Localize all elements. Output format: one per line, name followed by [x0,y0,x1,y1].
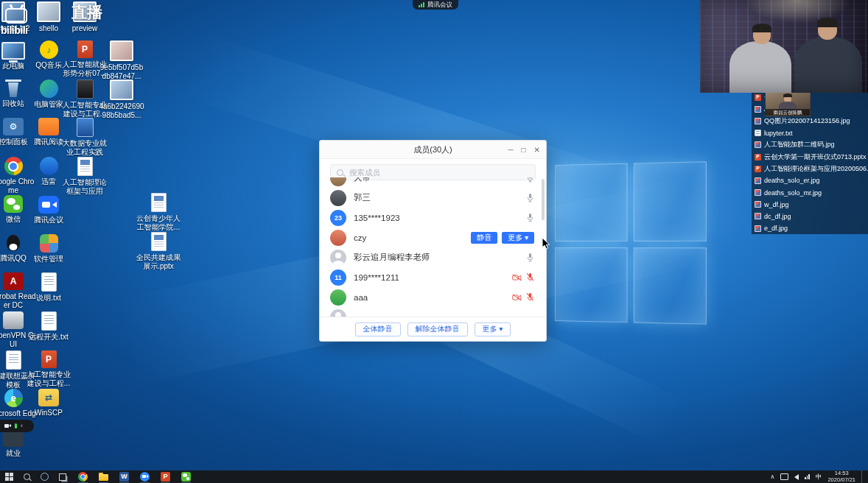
file-row[interactable]: 人工智能加群二维码.jpg [752,139,868,151]
img-file-icon [755,189,761,196]
taskbar-app-powerpoint[interactable]: P [161,472,170,482]
taskbar-clock[interactable]: 14:53 2020/07/21 [827,470,855,483]
start-button[interactable] [5,473,13,481]
member-row[interactable]: 大帝 [320,177,546,188]
img-file-icon [755,106,761,113]
file-row[interactable]: dc_df.jpg [752,211,868,222]
desktop-icon[interactable]: 全民共建成果展示.pptx [136,232,181,270]
more-button[interactable]: 更多 ▾ [475,322,511,336]
member-row[interactable]: 23135****1923 [320,208,546,228]
mic-indicator-icon[interactable] [15,423,17,429]
desktop-icon[interactable]: 远程开关.txt [26,311,71,342]
member-row[interactable]: 彩云追月编程李老师 [320,247,546,267]
member-search-input[interactable] [348,167,535,177]
desktop-icon-label: 软件管理 [26,255,71,264]
task-view-icon[interactable] [59,473,66,481]
desktop-icon[interactable]: ⇄WinSCP [26,389,71,417]
desktop-icon[interactable]: 4a6b224269098b5bad5... [99,80,144,119]
desktop-icon-label: 腾讯会议 [26,216,71,225]
taskbar-app-word[interactable]: W [119,472,129,482]
file-name: w_df.jpg [764,201,789,208]
file-row[interactable]: deaths_solo_mr.jpg [752,187,868,199]
member-more-button[interactable]: 更多 ▾ [502,232,534,244]
search-icon [337,169,343,176]
taskbar-search-icon[interactable] [24,473,30,480]
file-name: dc_df.jpg [764,213,791,220]
desktop-icon-image [41,272,57,292]
member-row[interactable]: 郭三 [320,188,546,208]
member-avatar: 23 [330,210,346,226]
camera-icon[interactable] [4,423,11,429]
desktop-icon[interactable]: 人工智能理论框架与应用2... [62,157,108,196]
file-row[interactable]: P人工智能理论框架与应用20200506.pptx [752,163,868,174]
meeting-icon [140,472,150,482]
desktop-icon[interactable]: 腾讯会议 [26,196,71,225]
unmute-all-button[interactable]: 解除全体静音 [407,322,468,336]
scrollbar-thumb[interactable] [542,179,545,220]
member-row[interactable]: czy静音更多 ▾ [320,228,546,247]
member-avatar [330,177,346,186]
desktop-icon-glyph: A [10,277,17,286]
system-tray: ∧ 中 14:53 2020/07/21 [771,470,868,483]
file-row[interactable]: deaths_solo_er.jpg [752,174,868,186]
taskbar-app-chrome[interactable] [78,472,88,482]
member-name: 郭三 [354,192,371,203]
taskbar-app-meeting[interactable] [140,472,150,482]
tray-volume-icon[interactable] [794,474,799,480]
file-row[interactable]: e_df.jpg [752,222,868,234]
file-name: e_df.jpg [764,225,788,232]
desktop-icon[interactable]: P人工智能专业建设与工程... [26,350,71,387]
member-avatar [330,230,346,246]
ppt-file-icon: P [755,154,761,161]
file-row[interactable]: lupyter.txt [752,127,868,139]
collapse-chevron-icon[interactable]: ‹ [21,423,23,429]
tray-display-icon[interactable] [780,473,788,480]
member-status-icons [526,177,534,183]
desktop-icon-image [37,1,60,22]
show-desktop-button[interactable] [861,470,865,483]
file-name: 人工智能理论框架与应用20200506.pptx [764,164,868,174]
desktop-icon-image [4,157,23,175]
member-avatar [330,250,346,266]
member-row[interactable]: aaa [320,287,546,307]
member-mute-button[interactable]: 静音 [471,232,497,244]
tray-input-indicator[interactable]: 中 [816,473,822,482]
desktop-icon[interactable]: 云创青少年人工智能学院... [136,193,181,231]
desktop-icon-image [40,80,58,98]
wechat-icon [181,472,191,482]
file-row[interactable]: P云创大学第一期开班仪式0713.pptx [752,151,868,163]
desktop-icon[interactable]: 大数据专业就业工程实践报... [62,118,108,157]
camera-off-icon [512,274,522,281]
members-window-titlebar[interactable]: 成员(30人) ─ □ ✕ [320,141,546,159]
desktop-icon[interactable]: 9e5bf507d5bdb847e47... [99,40,144,80]
desktop-icon-image [40,157,58,175]
meeting-floating-bar[interactable]: ‹ [0,420,34,432]
mute-all-button[interactable]: 全体静音 [355,322,401,336]
taskbar-app-explorer[interactable] [99,472,108,482]
file-row[interactable]: w_df.jpg [752,199,868,211]
bilibili-logo-text: bilibili [1,24,27,36]
desktop-icon-image: P [77,40,93,58]
tray-expand-icon[interactable]: ∧ [771,473,775,480]
desktop-icon-label: 人工智能理论框架与应用2... [62,178,108,196]
file-row[interactable]: QQ图片20200714123156.jpg [752,115,868,127]
minimize-button[interactable]: ─ [508,146,513,154]
maximize-button[interactable]: □ [522,146,526,154]
member-name: 135****1923 [354,214,400,222]
member-list[interactable]: 大帝郭三23135****1923czy静音更多 ▾彩云追月编程李老师11199… [320,177,546,319]
desktop-icon[interactable]: 软件管理 [26,234,71,264]
cortana-icon[interactable] [41,473,49,481]
desktop-icon-image [77,157,93,176]
member-row[interactable]: 11199****1211 [320,267,546,287]
desktop-icon-glyph: e [10,393,15,403]
webcam-video [700,0,868,93]
tray-network-icon[interactable] [805,474,810,479]
desktop-icon-image: ⇄ [38,389,59,406]
desktop-icon[interactable]: 说明.txt [26,272,71,303]
ppt-file-icon: P [755,166,761,172]
taskbar-app-wechat[interactable] [181,472,191,482]
close-button[interactable]: ✕ [534,146,540,154]
desktop-icon[interactable]: 就业 [0,429,36,458]
desktop-icon-image [38,196,59,214]
desktop-icon-image [3,311,24,329]
